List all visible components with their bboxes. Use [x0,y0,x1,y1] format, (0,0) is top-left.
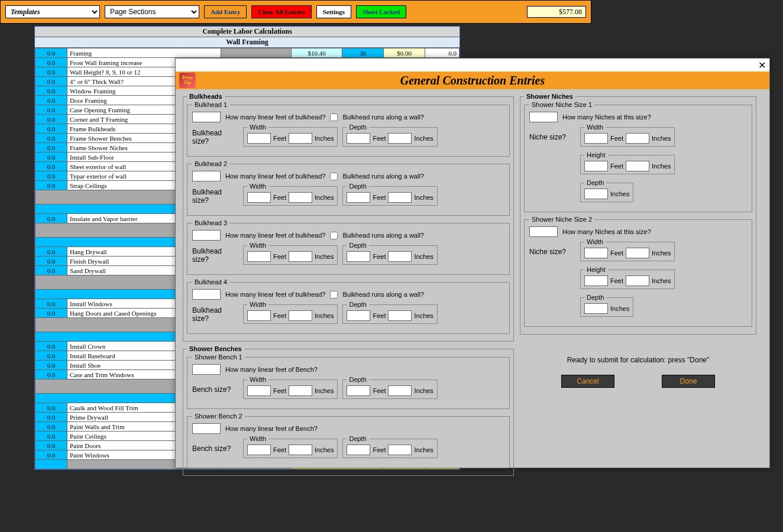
row-val[interactable]: 0.0 [35,309,67,318]
row-val[interactable]: 0.0 [35,96,67,105]
row-val[interactable]: 0.0 [35,450,67,460]
niche-depth-inches[interactable] [584,303,608,314]
cancel-button[interactable]: Cancel [561,375,614,388]
bulkhead-linear-label: How many linear feet of bulkhead? [225,113,325,121]
dialog-title-text: General Construction Entries [400,74,545,87]
niche-height-inches[interactable] [626,161,649,171]
bench-width-feet[interactable] [247,385,271,396]
bulkhead-linear-input[interactable] [192,112,221,122]
bulkhead-depth: Depth Feet Inches [342,183,437,206]
bench-depth-feet[interactable] [347,445,370,455]
niche-width-feet[interactable] [584,133,608,144]
sheet-locked-button[interactable]: Sheet Locked [356,5,406,18]
clear-all-entries-button[interactable]: Clear All Entries [251,5,311,18]
niche-height-inches[interactable] [626,275,649,286]
bench-linear-input[interactable] [192,423,221,434]
row-val[interactable]: 0.0 [35,86,67,96]
bulkhead-along-checkbox[interactable] [330,113,338,121]
row-val[interactable]: 0.0 [35,181,67,190]
row-val[interactable]: 0.0 [35,105,67,115]
niche-width-feet[interactable] [584,248,608,258]
row-val[interactable]: 0.0 [35,342,67,351]
niche-count-input[interactable] [529,226,558,237]
bench-depth-feet[interactable] [347,385,370,396]
bulkhead-depth-inches[interactable] [388,310,412,321]
row-val[interactable]: 0.0 [35,77,67,86]
templates-select[interactable]: Templates [5,5,100,18]
bulkhead-along-checkbox[interactable] [330,173,338,180]
bulkhead-along-label: Bulkhead runs along a wall? [342,291,424,298]
niche-count-label: How many Niches at this size? [562,228,651,235]
bulkhead-depth-feet[interactable] [347,310,370,321]
bulkhead-depth-feet[interactable] [347,192,370,203]
bulkhead-linear-input[interactable] [192,289,221,300]
row-val[interactable]: 0.0 [35,403,67,413]
bench-linear-input[interactable] [192,364,221,375]
row-val[interactable]: 0.0 [35,422,67,432]
bulkhead-depth-inches[interactable] [388,251,412,262]
settings-button[interactable]: Settings [316,5,351,18]
niche-depth-inches[interactable] [584,189,608,199]
niche-height: Height Feet Inches [580,266,675,289]
bulkhead-width-inches[interactable] [289,192,312,203]
add-entry-button[interactable]: Add Entry [204,5,247,18]
bulkhead-depth-feet[interactable] [347,133,370,144]
row-val[interactable]: 0.0 [35,266,67,275]
benches-group: Shower Benches Shower Bench 1 How many l… [183,345,514,476]
bench-width-inches[interactable] [289,445,312,455]
row-val[interactable]: 0.0 [35,48,67,58]
row-val[interactable]: 0.0 [35,370,67,379]
niche-height-feet[interactable] [584,275,608,286]
row-val[interactable]: 0.0 [35,58,67,67]
bulkhead-size-label: Bulkhead size? [192,306,238,323]
bench-width-inches[interactable] [289,385,312,396]
niche-size-label: Niche size? [529,133,575,141]
row-val[interactable]: 0.0 [35,153,67,162]
bench-depth: Depth Feet Inches [342,376,437,399]
page-sections-select[interactable]: Page Sections [105,5,199,18]
row-val[interactable]: 0.0 [35,67,67,77]
row-val[interactable]: 0.0 [35,361,67,370]
bench-depth-inches[interactable] [388,445,412,455]
bench-depth-inches[interactable] [388,385,412,396]
dialog-titlebar: ✕ [176,59,769,72]
bulkhead-along-checkbox[interactable] [330,232,338,239]
bulkhead-width-feet[interactable] [247,310,271,321]
row-val[interactable]: 0.0 [35,257,67,266]
row-val[interactable]: 0.0 [35,351,67,361]
niche-count-input[interactable] [529,112,558,122]
row-rate: $10.40 [292,48,342,58]
row-val[interactable]: 0.0 [35,432,67,441]
row-val[interactable]: 0.0 [35,124,67,134]
row-val[interactable]: 0.0 [35,413,67,422]
close-icon[interactable]: ✕ [758,60,766,71]
bulkhead-width-inches[interactable] [289,133,312,144]
niche-height-feet[interactable] [584,161,608,171]
bulkhead-width-feet[interactable] [247,133,271,144]
bulkhead-along-checkbox[interactable] [330,291,338,299]
bulkhead-width-inches[interactable] [289,251,312,262]
row-val[interactable]: 0.0 [35,247,67,257]
row-val[interactable]: 0.0 [35,162,67,171]
bench-width-feet[interactable] [247,445,271,455]
done-button[interactable]: Done [662,375,715,388]
row-val[interactable]: 0.0 [35,171,67,181]
bulkhead-linear-input[interactable] [192,171,221,181]
bench-size-label: Bench size? [192,385,238,394]
row-val[interactable]: 0.0 [35,115,67,124]
bulkhead-depth-feet[interactable] [347,251,370,262]
bulkhead-width-inches[interactable] [289,310,312,321]
bulkhead-depth-inches[interactable] [388,133,412,144]
niche-width-inches[interactable] [626,133,649,144]
row-val[interactable]: 0.0 [35,441,67,450]
bulkhead-width-feet[interactable] [247,251,271,262]
bulkhead-depth-inches[interactable] [388,192,412,203]
niche-width-inches[interactable] [626,248,649,258]
bulkhead-width-feet[interactable] [247,192,271,203]
bulkhead-1: Bulkhead 1 How many linear feet of bulkh… [187,101,510,157]
row-val[interactable]: 0.0 [35,134,67,143]
row-val[interactable]: 0.0 [35,143,67,153]
bulkhead-linear-input[interactable] [192,230,221,241]
row-val[interactable]: 0.0 [35,214,67,223]
row-val[interactable]: 0.0 [35,299,67,309]
